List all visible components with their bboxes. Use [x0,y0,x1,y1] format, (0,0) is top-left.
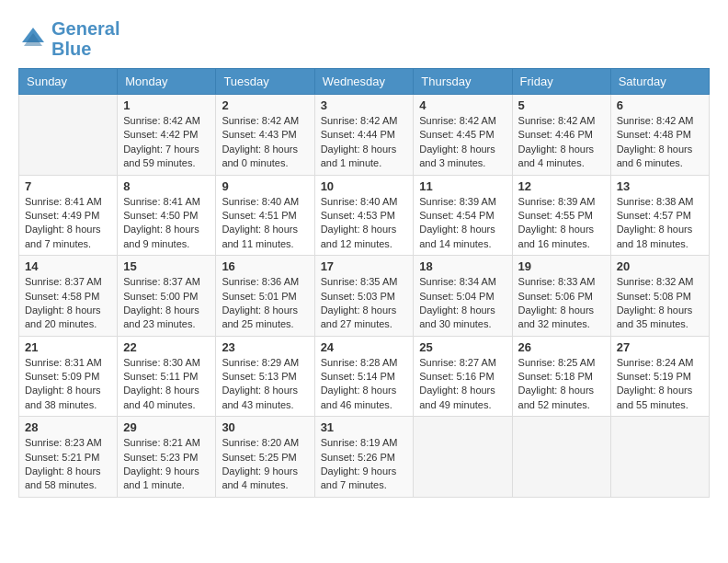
day-info: Sunrise: 8:41 AM Sunset: 4:50 PM Dayligh… [123,195,210,252]
day-number: 23 [222,340,308,354]
col-header-friday: Friday [512,69,610,95]
day-number: 11 [419,179,506,193]
day-number: 4 [419,98,506,112]
logo: General Blue [18,18,119,59]
day-cell: 10Sunrise: 8:40 AM Sunset: 4:53 PM Dayli… [314,175,414,256]
day-info: Sunrise: 8:28 AM Sunset: 5:14 PM Dayligh… [321,356,408,413]
day-info: Sunrise: 8:40 AM Sunset: 4:53 PM Dayligh… [321,195,408,252]
day-cell: 16Sunrise: 8:36 AM Sunset: 5:01 PM Dayli… [216,256,314,337]
week-row-5: 28Sunrise: 8:23 AM Sunset: 5:21 PM Dayli… [19,417,710,498]
day-number: 5 [518,98,605,112]
day-number: 6 [617,98,703,112]
day-cell: 1Sunrise: 8:42 AM Sunset: 4:42 PM Daylig… [118,95,216,176]
day-info: Sunrise: 8:42 AM Sunset: 4:46 PM Dayligh… [518,114,605,171]
day-cell: 24Sunrise: 8:28 AM Sunset: 5:14 PM Dayli… [314,336,414,417]
day-number: 24 [321,340,408,354]
day-number: 12 [518,179,605,193]
day-info: Sunrise: 8:27 AM Sunset: 5:16 PM Dayligh… [419,356,506,413]
day-number: 2 [222,98,308,112]
day-number: 18 [419,259,506,273]
day-number: 20 [617,259,703,273]
day-number: 8 [123,179,210,193]
week-row-2: 7Sunrise: 8:41 AM Sunset: 4:49 PM Daylig… [19,175,710,256]
week-row-4: 21Sunrise: 8:31 AM Sunset: 5:09 PM Dayli… [19,336,710,417]
day-number: 3 [321,98,408,112]
day-info: Sunrise: 8:36 AM Sunset: 5:01 PM Dayligh… [222,275,308,332]
day-cell: 26Sunrise: 8:25 AM Sunset: 5:18 PM Dayli… [512,336,610,417]
day-number: 10 [321,179,408,193]
day-info: Sunrise: 8:42 AM Sunset: 4:42 PM Dayligh… [123,114,210,171]
day-info: Sunrise: 8:35 AM Sunset: 5:03 PM Dayligh… [321,275,408,332]
day-number: 16 [222,259,308,273]
day-cell: 19Sunrise: 8:33 AM Sunset: 5:06 PM Dayli… [512,256,610,337]
day-info: Sunrise: 8:32 AM Sunset: 5:08 PM Dayligh… [617,275,703,332]
day-number: 22 [123,340,210,354]
day-info: Sunrise: 8:37 AM Sunset: 4:58 PM Dayligh… [25,275,111,332]
day-cell: 14Sunrise: 8:37 AM Sunset: 4:58 PM Dayli… [19,256,118,337]
day-info: Sunrise: 8:25 AM Sunset: 5:18 PM Dayligh… [518,356,605,413]
day-info: Sunrise: 8:39 AM Sunset: 4:55 PM Dayligh… [518,195,605,252]
calendar-table: SundayMondayTuesdayWednesdayThursdayFrid… [18,68,710,498]
day-number: 29 [123,420,210,434]
day-info: Sunrise: 8:29 AM Sunset: 5:13 PM Dayligh… [222,356,308,413]
day-cell: 7Sunrise: 8:41 AM Sunset: 4:49 PM Daylig… [19,175,118,256]
day-info: Sunrise: 8:19 AM Sunset: 5:26 PM Dayligh… [321,436,408,493]
page-header: General Blue [18,18,710,59]
day-cell: 23Sunrise: 8:29 AM Sunset: 5:13 PM Dayli… [216,336,314,417]
day-info: Sunrise: 8:34 AM Sunset: 5:04 PM Dayligh… [419,275,506,332]
day-number: 14 [25,259,111,273]
day-cell: 5Sunrise: 8:42 AM Sunset: 4:46 PM Daylig… [512,95,610,176]
day-cell: 3Sunrise: 8:42 AM Sunset: 4:44 PM Daylig… [314,95,414,176]
day-number: 17 [321,259,408,273]
day-cell: 25Sunrise: 8:27 AM Sunset: 5:16 PM Dayli… [414,336,512,417]
day-info: Sunrise: 8:40 AM Sunset: 4:51 PM Dayligh… [222,195,308,252]
day-number: 30 [222,420,308,434]
logo-icon [18,24,48,53]
day-number: 26 [518,340,605,354]
col-header-tuesday: Tuesday [216,69,314,95]
day-info: Sunrise: 8:42 AM Sunset: 4:43 PM Dayligh… [222,114,308,171]
calendar-header-row: SundayMondayTuesdayWednesdayThursdayFrid… [19,69,710,95]
day-info: Sunrise: 8:41 AM Sunset: 4:49 PM Dayligh… [25,195,111,252]
day-number: 19 [518,259,605,273]
day-cell: 30Sunrise: 8:20 AM Sunset: 5:25 PM Dayli… [216,417,314,498]
day-number: 21 [25,340,111,354]
day-info: Sunrise: 8:20 AM Sunset: 5:25 PM Dayligh… [222,436,308,493]
day-cell [414,417,512,498]
col-header-wednesday: Wednesday [314,69,414,95]
week-row-1: 1Sunrise: 8:42 AM Sunset: 4:42 PM Daylig… [19,95,710,176]
day-info: Sunrise: 8:30 AM Sunset: 5:11 PM Dayligh… [123,356,210,413]
day-cell: 15Sunrise: 8:37 AM Sunset: 5:00 PM Dayli… [118,256,216,337]
day-info: Sunrise: 8:21 AM Sunset: 5:23 PM Dayligh… [123,436,210,493]
day-number: 1 [123,98,210,112]
col-header-thursday: Thursday [414,69,512,95]
day-info: Sunrise: 8:42 AM Sunset: 4:44 PM Dayligh… [321,114,408,171]
day-cell: 4Sunrise: 8:42 AM Sunset: 4:45 PM Daylig… [414,95,512,176]
day-cell: 20Sunrise: 8:32 AM Sunset: 5:08 PM Dayli… [610,256,709,337]
day-info: Sunrise: 8:42 AM Sunset: 4:48 PM Dayligh… [617,114,703,171]
day-info: Sunrise: 8:39 AM Sunset: 4:54 PM Dayligh… [419,195,506,252]
day-number: 15 [123,259,210,273]
day-cell: 22Sunrise: 8:30 AM Sunset: 5:11 PM Dayli… [118,336,216,417]
day-number: 27 [617,340,703,354]
week-row-3: 14Sunrise: 8:37 AM Sunset: 4:58 PM Dayli… [19,256,710,337]
day-cell [512,417,610,498]
day-cell [610,417,709,498]
day-cell: 29Sunrise: 8:21 AM Sunset: 5:23 PM Dayli… [118,417,216,498]
day-cell: 21Sunrise: 8:31 AM Sunset: 5:09 PM Dayli… [19,336,118,417]
day-cell: 12Sunrise: 8:39 AM Sunset: 4:55 PM Dayli… [512,175,610,256]
day-number: 25 [419,340,506,354]
day-cell: 17Sunrise: 8:35 AM Sunset: 5:03 PM Dayli… [314,256,414,337]
day-info: Sunrise: 8:24 AM Sunset: 5:19 PM Dayligh… [617,356,703,413]
day-info: Sunrise: 8:23 AM Sunset: 5:21 PM Dayligh… [25,436,111,493]
col-header-saturday: Saturday [610,69,709,95]
day-number: 31 [321,420,408,434]
day-cell: 8Sunrise: 8:41 AM Sunset: 4:50 PM Daylig… [118,175,216,256]
day-cell: 27Sunrise: 8:24 AM Sunset: 5:19 PM Dayli… [610,336,709,417]
day-number: 9 [222,179,308,193]
col-header-sunday: Sunday [19,69,118,95]
day-info: Sunrise: 8:38 AM Sunset: 4:57 PM Dayligh… [617,195,703,252]
day-cell: 18Sunrise: 8:34 AM Sunset: 5:04 PM Dayli… [414,256,512,337]
day-number: 13 [617,179,703,193]
day-info: Sunrise: 8:33 AM Sunset: 5:06 PM Dayligh… [518,275,605,332]
